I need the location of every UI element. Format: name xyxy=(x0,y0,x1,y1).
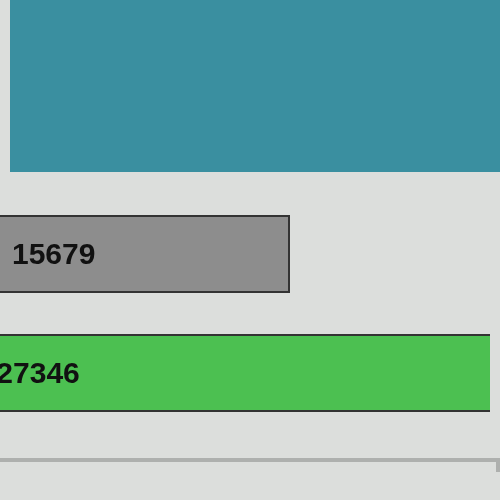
axis-divider-bottom xyxy=(0,458,500,462)
bar-1: 15679 xyxy=(0,215,290,293)
chart-header-block xyxy=(10,0,500,172)
bar-2-label: z: 27346 xyxy=(0,356,80,390)
bar-1-label: 15679 xyxy=(12,237,95,271)
chart-canvas: 15679 z: 27346 xyxy=(0,0,500,500)
bar-2: z: 27346 xyxy=(0,334,490,412)
axis-tick-right xyxy=(496,458,500,472)
